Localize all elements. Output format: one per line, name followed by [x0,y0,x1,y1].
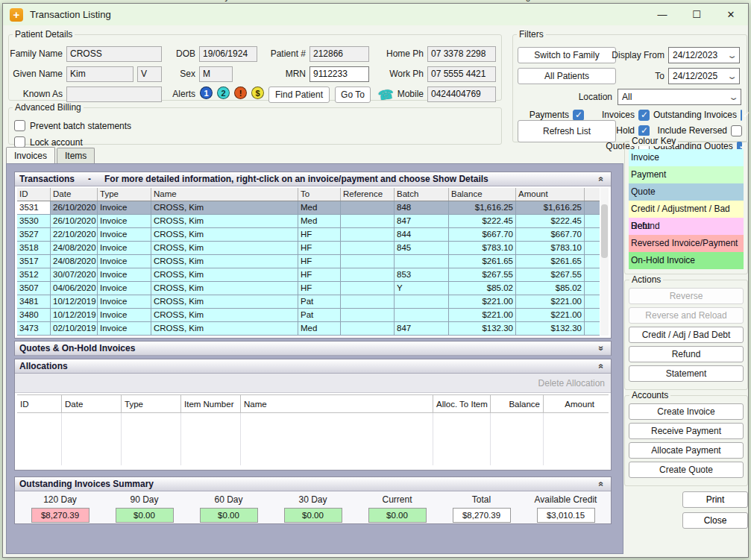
action-button[interactable]: Credit / Adj / Bad Debt [629,327,744,343]
alerts-label: Alerts [147,86,195,102]
col-balance[interactable]: Balance [449,188,516,201]
close-button[interactable]: Close [682,512,748,529]
refresh-list-button[interactable]: Refresh List [518,120,616,142]
quotes-on-hold-panel: Quotes & On-Hold Invoices » [14,341,612,356]
mrn-field[interactable]: 9112233 [309,66,369,82]
delete-allocation-button[interactable]: Delete Allocation [538,378,605,388]
table-row[interactable]: 3531 26/10/2020 Invoice CROSS, Kim Med 8… [17,201,600,215]
summary-value: $8,270.39 [453,508,511,523]
table-row[interactable]: 3481 10/12/2019 Invoice CROSS, Kim Pat $… [17,295,600,309]
to-label: To [601,69,664,84]
table-row[interactable]: 3512 30/07/2020 Invoice CROSS, Kim HF 85… [17,268,600,282]
sex-label: Sex [147,66,195,82]
prevent-batch-statements-checkbox[interactable] [14,120,25,131]
invoices-checkbox[interactable] [638,110,650,121]
collapse-icon[interactable]: « [596,174,606,184]
display-from-dropdown[interactable]: 24/12/2023 ⌄ [668,47,740,63]
allocations-panel: Allocations « Delete Allocation ID Date … [14,359,612,471]
cell-balance: $222.45 [449,215,516,227]
col-type[interactable]: Type [98,188,151,201]
mobile-field[interactable]: 0424404769 [427,86,496,102]
tab[interactable]: Items [57,148,95,163]
patient-number-field[interactable]: 212866 [309,46,369,62]
allocations-header[interactable]: Allocations « [15,359,611,374]
outstanding-invoices-checkbox[interactable] [741,110,742,121]
account-button[interactable]: Create Quote [629,462,744,478]
account-button[interactable]: Allocate Payment [629,442,744,459]
include-reversed-label: Include Reversed [658,125,727,136]
col-to[interactable]: To [298,188,341,201]
summary-value: $0.00 [200,508,258,523]
maximize-icon[interactable]: ☐ [679,4,714,25]
account-button[interactable]: Create Invoice [629,403,744,420]
transactions-title: Transactions [19,174,75,184]
title-bar[interactable]: + Transaction Listing — ☐ ✕ [3,4,748,25]
cell-to: HF [298,228,341,241]
given-name-field[interactable]: Kim [66,66,133,82]
account-button[interactable]: Receive Payment [629,423,744,439]
col-item-number[interactable]: Item Number [181,395,241,412]
col-alloc-to-item[interactable]: Alloc. To Item [433,395,491,412]
action-button[interactable]: Statement [629,365,744,382]
work-ph-field[interactable]: 07 5555 4421 [427,66,496,82]
col-balance[interactable]: Balance [491,395,544,412]
table-row[interactable]: 3527 22/10/2020 Invoice CROSS, Kim HF 84… [17,228,600,242]
col-reference[interactable]: Reference [341,188,395,201]
display-to-dropdown[interactable]: 24/12/2025 ⌄ [668,68,740,84]
go-to-button[interactable]: Go To [335,86,371,103]
tab[interactable]: Invoices [6,147,55,163]
table-row[interactable]: 3517 24/08/2020 Invoice CROSS, Kim HF $2… [17,255,600,268]
cell-type: Invoice [98,255,151,268]
table-row[interactable]: 3473 02/10/2019 Invoice CROSS, Kim Med 8… [17,322,600,336]
work-ph-label: Work Ph [373,66,424,82]
lock-account-checkbox[interactable] [14,136,25,148]
invoices-label: Invoices [602,110,635,120]
sex-field[interactable]: M [199,66,233,82]
print-button[interactable]: Print [682,491,748,508]
col-type[interactable]: Type [122,395,181,412]
cell-balance: $667.70 [449,228,516,241]
minimize-icon[interactable]: — [645,4,679,25]
col-name[interactable]: Name [151,188,298,201]
action-button[interactable]: Refund [629,346,744,362]
include-reversed-checkbox[interactable] [731,125,742,136]
table-row[interactable]: 3518 24/08/2020 Invoice CROSS, Kim HF 84… [17,242,600,255]
cell-id: 3517 [17,255,51,268]
col-date[interactable]: Date [51,188,98,201]
cell-batch: 853 [395,268,449,281]
table-row[interactable]: 3480 10/12/2019 Invoice CROSS, Kim Pat $… [17,309,600,322]
col-id[interactable]: ID [17,188,51,201]
collapse-icon[interactable]: « [596,361,606,371]
transactions-panel-header[interactable]: Transactions - For more detailed informa… [15,172,611,186]
scrollbar-thumb[interactable] [601,204,608,258]
home-ph-field[interactable]: 07 3378 2298 [427,46,496,62]
collapse-icon[interactable]: « [596,479,606,489]
table-row[interactable]: 3530 26/10/2020 Invoice CROSS, Kim Med 8… [17,215,600,228]
location-dropdown[interactable]: All ⌄ [618,89,741,105]
on-hold-checkbox[interactable] [638,125,650,136]
outstanding-summary-header[interactable]: Outstanding Invoices Summary « [15,477,611,491]
col-id[interactable]: ID [17,395,62,412]
cell-date: 02/10/2019 [51,322,98,335]
action-button[interactable]: Reverse and Reload [629,307,744,324]
colour-key-item-label: Invoice [631,152,659,163]
col-amount[interactable]: Amount [516,188,585,201]
quotes-on-hold-header[interactable]: Quotes & On-Hold Invoices » [15,342,611,356]
cell-date: 22/10/2020 [51,228,98,241]
col-date[interactable]: Date [62,395,122,412]
display-from-label: Display From [601,48,664,63]
col-name[interactable]: Name [241,395,433,412]
close-icon[interactable]: ✕ [714,4,748,25]
payments-checkbox[interactable] [573,110,584,121]
colour-key-item: Credit / Adjustment / Bad Debt [629,201,744,218]
vertical-scrollbar[interactable] [600,188,609,336]
col-batch[interactable]: Batch [395,188,449,201]
summary-label: 120 Day [18,494,102,506]
find-patient-button[interactable]: Find Patient [268,86,330,103]
cell-amount: $221.00 [516,309,585,321]
action-button[interactable]: Reverse [629,288,744,304]
table-row[interactable]: 3507 04/06/2020 Invoice CROSS, Kim HF Y … [17,282,600,295]
cell-type: Invoice [98,295,151,308]
expand-icon[interactable]: » [596,343,606,353]
col-amount[interactable]: Amount [544,395,597,412]
